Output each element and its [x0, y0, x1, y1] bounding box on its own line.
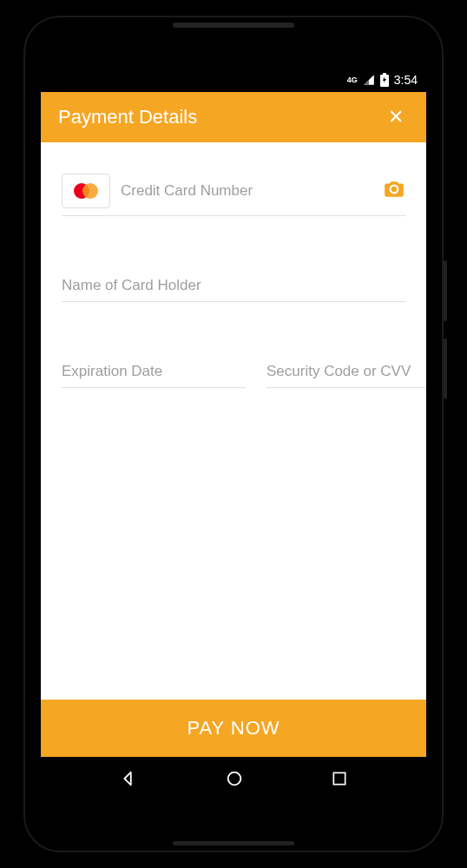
svg-rect-3 — [333, 773, 345, 784]
screen: 4G 3:54 Payment Details ✕ — [41, 68, 426, 800]
expiration-col — [62, 363, 246, 388]
phone-frame: 4G 3:54 Payment Details ✕ — [25, 17, 442, 851]
cvv-col — [266, 363, 426, 388]
svg-point-2 — [228, 773, 241, 786]
side-button — [444, 339, 447, 399]
svg-rect-1 — [383, 73, 386, 76]
home-icon[interactable] — [225, 769, 244, 788]
card-holder-row — [62, 277, 405, 302]
battery-icon — [380, 73, 389, 87]
app-bar: Payment Details ✕ — [41, 92, 426, 142]
card-brand-icon — [62, 174, 110, 208]
mastercard-yellow-circle — [82, 183, 98, 199]
card-holder-input[interactable] — [62, 277, 405, 294]
side-button — [444, 260, 447, 321]
status-bar: 4G 3:54 — [41, 68, 426, 92]
phone-inner: 4G 3:54 Payment Details ✕ — [41, 33, 426, 835]
expiry-cvv-row — [62, 363, 405, 388]
pay-now-button[interactable]: PAY NOW — [41, 700, 426, 757]
network-label: 4G — [347, 76, 358, 84]
signal-icon — [363, 74, 375, 86]
speaker-top — [173, 23, 294, 28]
android-nav-bar — [41, 757, 426, 800]
clock-label: 3:54 — [394, 73, 418, 87]
back-icon[interactable] — [119, 769, 138, 788]
form-content — [41, 142, 426, 700]
camera-icon[interactable] — [383, 178, 405, 204]
cvv-input[interactable] — [266, 363, 426, 380]
close-icon[interactable]: ✕ — [383, 101, 409, 134]
card-number-row — [62, 174, 405, 216]
card-number-input[interactable] — [121, 182, 372, 200]
speaker-bottom — [173, 841, 294, 845]
recent-icon[interactable] — [331, 770, 348, 787]
page-title: Payment Details — [58, 106, 197, 128]
expiration-input[interactable] — [62, 363, 246, 380]
pay-now-label: PAY NOW — [187, 717, 280, 740]
